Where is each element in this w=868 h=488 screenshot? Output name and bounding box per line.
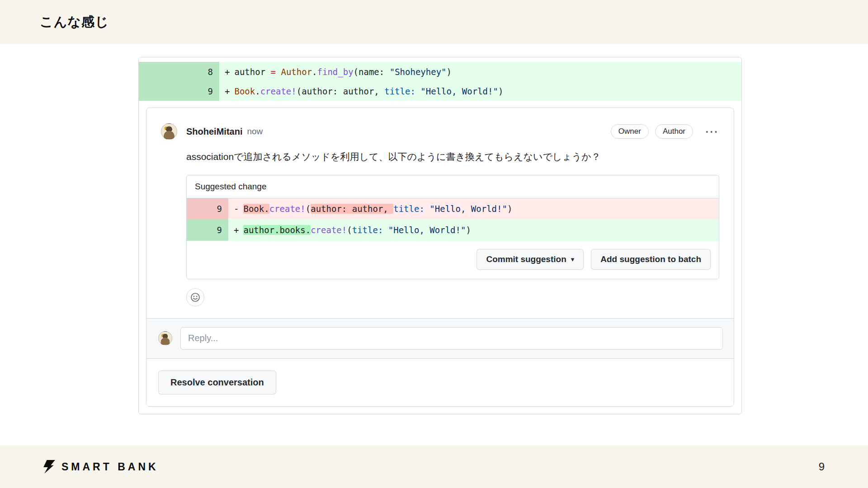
code-token: . <box>255 86 260 96</box>
code-token: author: author, <box>311 204 393 214</box>
code-token: ) <box>507 204 512 214</box>
diff-code-line: +author = Author.find_by(name: "Shoheyhe… <box>219 62 741 81</box>
comment-header: ShoheiMitani now Owner Author ⋯ <box>161 123 719 140</box>
slide-header: こんな感じ <box>0 0 868 44</box>
diff-line-number[interactable]: 9 <box>187 220 228 241</box>
code-token: "Shoheyhey" <box>390 67 447 77</box>
code-token: create! <box>269 204 306 214</box>
clipped-context-row <box>139 57 741 62</box>
top-diff: 8+author = Author.find_by(name: "Shoheyh… <box>139 62 741 101</box>
add-suggestion-to-batch-button[interactable]: Add suggestion to batch <box>591 249 711 270</box>
kebab-menu-icon[interactable]: ⋯ <box>705 127 719 136</box>
commit-suggestion-button[interactable]: Commit suggestion ▾ <box>476 249 584 270</box>
brand-name: SMART BANK <box>61 461 159 473</box>
comment-body: associationで追加されるメソッドを利用して、以下のように書き換えてもら… <box>186 150 719 164</box>
diff-row: 9-Book.create!(author: author, title: "H… <box>187 198 719 220</box>
code-token: Book <box>234 86 255 96</box>
add-reaction-button[interactable] <box>186 288 204 306</box>
code-token <box>383 225 388 235</box>
code-token: = <box>271 67 276 77</box>
code-token <box>415 86 420 96</box>
reply-section <box>146 318 734 358</box>
comment-author[interactable]: ShoheiMitani <box>186 127 242 137</box>
diff-code-line: -Book.create!(author: author, title: "He… <box>228 198 719 220</box>
diff-sign: + <box>234 225 239 235</box>
commit-suggestion-label: Commit suggestion <box>486 254 566 264</box>
code-token: "Hello, World!" <box>388 225 466 235</box>
diff-code-line: +Book.create!(author: author, title: "He… <box>219 81 741 101</box>
code-token: create! <box>311 225 347 235</box>
code-token: "Hello, World!" <box>429 204 507 214</box>
code-token: author <box>234 67 270 77</box>
slide-footer: SMART BANK 9 <box>0 446 868 488</box>
code-token: ) <box>498 86 503 96</box>
code-token: title: <box>393 204 425 214</box>
code-token: . <box>312 67 317 77</box>
resolve-section: Resolve conversation <box>146 358 734 406</box>
batch-button-label: Add suggestion to batch <box>600 254 701 264</box>
diff-line-number[interactable]: 9 <box>139 81 219 101</box>
diff-row: 9+Book.create!(author: author, title: "H… <box>139 81 741 101</box>
avatar[interactable] <box>158 331 172 345</box>
code-token: author.books. <box>243 225 311 235</box>
diff-line-number[interactable]: 8 <box>139 62 219 81</box>
diff-sign: + <box>225 67 230 77</box>
code-token: ) <box>447 67 452 77</box>
diff-row: 9+author.books.create!(title: "Hello, Wo… <box>187 220 719 241</box>
code-token <box>276 67 281 77</box>
avatar[interactable] <box>161 123 177 140</box>
diff-line-number[interactable]: 9 <box>187 198 228 220</box>
smartbank-logo-icon <box>43 460 55 474</box>
code-token: find_by <box>317 67 354 77</box>
diff-sign: + <box>225 86 230 96</box>
code-token: "Hello, World!" <box>420 86 498 96</box>
suggested-change-title: Suggested change <box>187 175 719 198</box>
diff-row: 8+author = Author.find_by(name: "Shoheyh… <box>139 62 741 81</box>
author-badge: Author <box>655 124 693 139</box>
page-number: 9 <box>819 460 825 473</box>
code-token: (author: author, <box>297 86 384 96</box>
diff-sign: - <box>234 204 239 214</box>
chevron-down-icon: ▾ <box>571 255 575 263</box>
code-token: title: <box>384 86 415 96</box>
slide-title: こんな感じ <box>40 13 109 31</box>
code-token <box>425 204 429 214</box>
resolve-conversation-button[interactable]: Resolve conversation <box>158 371 276 394</box>
comment-thread: ShoheiMitani now Owner Author ⋯ associat… <box>146 108 734 407</box>
code-token: create! <box>260 86 297 96</box>
comment-timestamp[interactable]: now <box>247 127 263 136</box>
code-token: ( <box>306 204 311 214</box>
code-token: title: <box>352 225 383 235</box>
code-token: ) <box>466 225 471 235</box>
owner-badge: Owner <box>611 124 649 139</box>
slide-content: 8+author = Author.find_by(name: "Shoheyh… <box>0 44 868 446</box>
suggestion-actions: Commit suggestion ▾ Add suggestion to ba… <box>187 241 719 279</box>
smiley-icon <box>190 292 200 302</box>
diff-code-line: +author.books.create!(title: "Hello, Wor… <box>228 220 719 241</box>
code-token: Author <box>281 67 312 77</box>
brand-logo: SMART BANK <box>43 460 159 474</box>
review-comment: ShoheiMitani now Owner Author ⋯ associat… <box>146 108 734 318</box>
code-token: Book. <box>243 204 269 214</box>
reply-input[interactable] <box>180 327 723 350</box>
suggestion-diff: 9-Book.create!(author: author, title: "H… <box>187 198 719 241</box>
file-diff-card: 8+author = Author.find_by(name: "Shoheyh… <box>138 57 742 414</box>
suggested-change-box: Suggested change 9-Book.create!(author: … <box>186 175 719 279</box>
code-token: (name: <box>354 67 390 77</box>
code-token: ( <box>347 225 352 235</box>
